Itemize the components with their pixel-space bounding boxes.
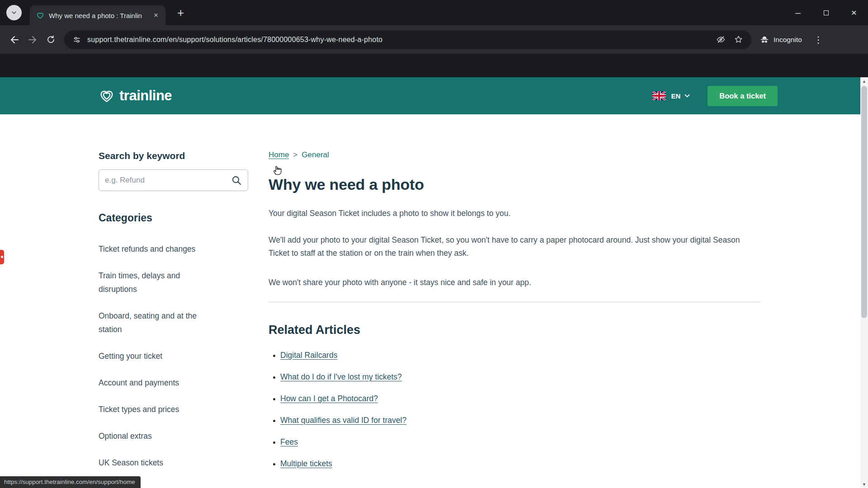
category-item: Ticket refunds and changes bbox=[99, 242, 212, 256]
article-paragraph: Your digital Season Ticket includes a ph… bbox=[269, 207, 750, 220]
logo-text: trainline bbox=[119, 88, 172, 104]
related-article-item: Fees bbox=[280, 436, 761, 448]
book-a-ticket-button[interactable]: Book a ticket bbox=[708, 86, 778, 106]
bookmark-star-icon[interactable] bbox=[734, 35, 743, 44]
keyword-search-input[interactable] bbox=[105, 176, 231, 185]
category-item: Optional extras bbox=[99, 429, 212, 443]
related-article-item: How can I get a Photocard? bbox=[280, 393, 761, 404]
chrome-gap-band bbox=[0, 54, 868, 77]
related-article-item: What qualifies as valid ID for travel? bbox=[280, 415, 761, 426]
back-button[interactable] bbox=[5, 31, 24, 49]
category-item: Onboard, seating and at the station bbox=[99, 309, 212, 336]
keyword-search-box[interactable] bbox=[99, 169, 248, 191]
article-body: Your digital Season Ticket includes a ph… bbox=[269, 207, 761, 289]
support-page: Search by keyword Categories Ticket refu… bbox=[0, 114, 868, 483]
tab-title: Why we need a photo : Trainlin bbox=[49, 12, 152, 19]
trainline-favicon-icon bbox=[36, 11, 44, 19]
related-article-link[interactable]: Fees bbox=[280, 437, 298, 446]
back-arrow-icon bbox=[9, 34, 20, 45]
tab-close-icon[interactable]: × bbox=[152, 11, 160, 20]
category-list: Ticket refunds and changesTrain times, d… bbox=[99, 242, 212, 469]
category-link[interactable]: Account and payments bbox=[99, 378, 179, 387]
category-link[interactable]: Ticket refunds and changes bbox=[99, 244, 195, 253]
status-bar: https://support.thetrainline.com/en/supp… bbox=[0, 476, 141, 488]
trainline-logo[interactable]: trainline bbox=[99, 88, 172, 104]
article-title: Why we need a photo bbox=[269, 176, 761, 193]
related-articles-heading: Related Articles bbox=[269, 323, 761, 337]
browser-window: Why we need a photo : Trainlin × + – × s… bbox=[0, 0, 868, 488]
related-article-link[interactable]: What do I do if I've lost my tickets? bbox=[280, 372, 402, 381]
address-bar[interactable]: support.thetrainline.com/en/support/solu… bbox=[64, 30, 751, 49]
category-link[interactable]: UK Season tickets bbox=[99, 458, 163, 467]
category-item: UK Season tickets bbox=[99, 456, 212, 469]
breadcrumb-current-link[interactable]: General bbox=[302, 150, 329, 160]
uk-flag-icon bbox=[652, 91, 666, 100]
page-scrollbar[interactable]: ▲ ▼ bbox=[860, 77, 868, 488]
forward-arrow-icon bbox=[27, 34, 38, 45]
site-header: trainline EN Book a ticket bbox=[0, 77, 868, 114]
window-controls: – × bbox=[784, 0, 868, 25]
browser-menu-button[interactable]: ⋮ bbox=[811, 34, 826, 45]
category-link[interactable]: Ticket types and prices bbox=[99, 405, 179, 414]
search-icon[interactable] bbox=[231, 175, 242, 186]
browser-toolbar: support.thetrainline.com/en/support/solu… bbox=[0, 25, 868, 54]
active-browser-tab[interactable]: Why we need a photo : Trainlin × bbox=[30, 5, 165, 25]
window-close-button[interactable]: × bbox=[840, 0, 868, 25]
breadcrumb-home-link[interactable]: Home bbox=[269, 150, 289, 160]
window-maximize-button[interactable] bbox=[812, 0, 840, 25]
mouse-cursor-pointer bbox=[272, 164, 284, 176]
category-link[interactable]: Getting your ticket bbox=[99, 352, 162, 361]
breadcrumb-separator: > bbox=[293, 150, 297, 160]
category-item: Train times, delays and disruptions bbox=[99, 269, 212, 296]
related-article-item: Digital Railcards bbox=[280, 350, 761, 361]
related-article-link[interactable]: How can I get a Photocard? bbox=[280, 394, 378, 403]
site-settings-icon[interactable] bbox=[72, 35, 81, 44]
breadcrumb: Home > General bbox=[269, 150, 761, 160]
category-link[interactable]: Train times, delays and disruptions bbox=[99, 271, 180, 294]
incognito-icon bbox=[760, 35, 769, 45]
article-paragraph: We won't share your photo with anyone - … bbox=[269, 276, 750, 289]
edge-widget-dot bbox=[1, 256, 3, 258]
reload-icon bbox=[46, 35, 56, 44]
scroll-down-arrow-icon[interactable]: ▼ bbox=[860, 480, 868, 488]
categories-heading: Categories bbox=[99, 212, 248, 224]
url-text[interactable]: support.thetrainline.com/en/support/solu… bbox=[87, 36, 708, 44]
edge-notification-sliver[interactable] bbox=[0, 250, 4, 264]
scrollbar-thumb[interactable] bbox=[861, 86, 867, 318]
support-sidebar: Search by keyword Categories Ticket refu… bbox=[99, 150, 248, 483]
language-chevron-down-icon[interactable] bbox=[683, 92, 691, 100]
category-item: Ticket types and prices bbox=[99, 403, 212, 416]
eye-blocked-icon[interactable] bbox=[716, 35, 726, 44]
related-article-link[interactable]: What qualifies as valid ID for travel? bbox=[280, 416, 406, 425]
incognito-badge: Incognito bbox=[760, 35, 802, 45]
tab-search-button[interactable] bbox=[6, 5, 22, 20]
section-divider bbox=[269, 302, 761, 302]
maximize-icon bbox=[824, 10, 829, 15]
article-paragraph: We'll add your photo to your digital Sea… bbox=[269, 234, 750, 260]
article-main: Home > General Why we need a photo Your … bbox=[269, 150, 761, 483]
category-item: Getting your ticket bbox=[99, 349, 212, 363]
language-selector-label[interactable]: EN bbox=[671, 92, 680, 100]
category-item: Account and payments bbox=[99, 376, 212, 389]
related-article-item: What do I do if I've lost my tickets? bbox=[280, 371, 761, 383]
scroll-up-arrow-icon[interactable]: ▲ bbox=[860, 77, 868, 85]
related-article-link[interactable]: Digital Railcards bbox=[280, 351, 337, 360]
category-link[interactable]: Optional extras bbox=[99, 432, 152, 441]
related-articles-list: Digital RailcardsWhat do I do if I've lo… bbox=[269, 350, 761, 469]
header-actions: EN Book a ticket bbox=[652, 86, 778, 106]
trainline-heart-icon bbox=[99, 88, 115, 104]
related-article-item: Multiple tickets bbox=[280, 458, 761, 469]
new-tab-button[interactable]: + bbox=[174, 7, 188, 19]
incognito-label: Incognito bbox=[774, 36, 802, 44]
chevron-down-icon bbox=[10, 9, 18, 16]
category-link[interactable]: Onboard, seating and at the station bbox=[99, 311, 197, 334]
tab-strip: Why we need a photo : Trainlin × + – × bbox=[0, 0, 868, 25]
search-heading: Search by keyword bbox=[99, 150, 248, 161]
window-minimize-button[interactable]: – bbox=[784, 0, 812, 25]
forward-button[interactable] bbox=[24, 31, 42, 49]
reload-button[interactable] bbox=[42, 31, 60, 49]
related-article-link[interactable]: Multiple tickets bbox=[280, 459, 332, 468]
